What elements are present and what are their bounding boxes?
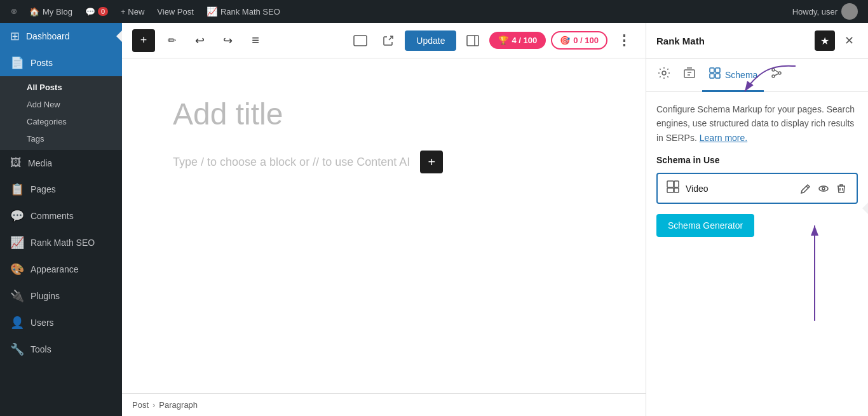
user-menu[interactable]: Howdy, user: [787, 3, 863, 20]
svg-rect-9: [710, 74, 714, 78]
preview-tablet-button[interactable]: [349, 29, 372, 52]
new-button[interactable]: + New: [114, 0, 151, 23]
schema-delete-button[interactable]: [835, 182, 848, 195]
dashboard-icon: ⊞: [10, 29, 20, 43]
sidebar-sub-categories[interactable]: Categories: [0, 113, 122, 130]
sidebar-item-dashboard[interactable]: ⊞ Dashboard: [0, 23, 122, 50]
site-name[interactable]: 🏠 My Blog: [23, 0, 79, 23]
schema-card-video: Video: [656, 173, 858, 204]
add-block-inline-button[interactable]: +: [420, 151, 443, 173]
svg-rect-10: [715, 74, 720, 78]
rank-math-panel: Rank Math ★ ✕: [646, 23, 868, 416]
tools-icon: 🔧: [10, 342, 24, 356]
breadcrumb-chevron-icon: ›: [153, 400, 155, 410]
avatar: [841, 3, 858, 20]
media-icon: 🖼: [10, 156, 22, 170]
tab-schema[interactable]: Schema: [702, 59, 764, 92]
sidebar-item-media[interactable]: 🖼 Media: [0, 150, 122, 176]
svg-line-15: [775, 74, 778, 76]
svg-point-12: [778, 72, 781, 74]
list-view-button[interactable]: ≡: [244, 29, 267, 52]
editor-content[interactable]: Add title Type / to choose a block or //…: [122, 58, 646, 393]
sidebar-sub-add-new[interactable]: Add New: [0, 96, 122, 113]
panel-star-button[interactable]: ★: [815, 30, 835, 51]
sidebar-toggle-button[interactable]: [461, 29, 484, 52]
sidebar-item-appearance[interactable]: 🎨 Appearance: [0, 256, 122, 283]
wp-logo-icon[interactable]: W: [5, 3, 23, 20]
svg-rect-18: [667, 181, 674, 187]
more-options-button[interactable]: ⋮: [613, 29, 635, 52]
sidebar-item-posts[interactable]: 📄 Posts: [0, 50, 122, 76]
video-schema-icon: [667, 180, 679, 196]
schema-tab-icon: [709, 67, 721, 83]
post-content-area[interactable]: Type / to choose a block or // to use Co…: [173, 151, 595, 173]
panel-header: Rank Math ★ ✕: [646, 23, 868, 59]
rank-math-icon: 📈: [10, 236, 24, 250]
comments-icon: 💬: [10, 209, 24, 223]
editor-footer: Post › Paragraph: [122, 393, 646, 416]
schema-in-use-title: Schema in Use: [656, 155, 858, 165]
panel-body: Configure Schema Markup for your pages. …: [646, 92, 868, 416]
view-post-link[interactable]: View Post: [151, 0, 200, 23]
undo-button[interactable]: ↩: [188, 29, 211, 52]
panel-description: Configure Schema Markup for your pages. …: [656, 102, 858, 145]
tab-social[interactable]: [677, 59, 702, 92]
readability-score-button[interactable]: 🎯 0 / 100: [551, 31, 607, 50]
editor-area: + ✏ ↩ ↪ ≡ Update: [122, 23, 646, 416]
posts-icon: 📄: [10, 56, 24, 70]
sidebar-item-comments[interactable]: 💬 Comments: [0, 203, 122, 229]
svg-point-22: [819, 186, 828, 191]
schema-edit-button[interactable]: [799, 182, 812, 195]
rank-math-admin-link[interactable]: 📈 Rank Math SEO: [200, 0, 287, 23]
schema-card-actions: [799, 182, 848, 195]
schema-tab-label: Schema: [725, 70, 757, 80]
sidebar-item-pages[interactable]: 📋 Pages: [0, 176, 122, 203]
pages-icon: 📋: [10, 182, 24, 196]
panel-tabs: Schema: [646, 59, 868, 92]
svg-rect-20: [667, 188, 674, 192]
users-icon: 👤: [10, 316, 24, 330]
sidebar-item-plugins[interactable]: 🔌 Plugins: [0, 283, 122, 309]
video-schema-label: Video: [686, 184, 793, 194]
schema-generator-button[interactable]: Schema Generator: [656, 214, 754, 237]
panel-title: Rank Math: [656, 36, 810, 46]
admin-bar: W 🏠 My Blog 💬 0 + New View Post 📈 Rank M…: [0, 0, 868, 23]
sidebar-item-users[interactable]: 👤 Users: [0, 309, 122, 336]
seo-score-button[interactable]: 🏆 4 / 100: [489, 32, 546, 49]
svg-point-5: [662, 71, 666, 75]
svg-text:W: W: [13, 10, 16, 13]
sidebar-item-rank-math[interactable]: 📈 Rank Math SEO: [0, 229, 122, 256]
appearance-icon: 🎨: [10, 262, 24, 276]
main-layout: ⊞ Dashboard 📄 Posts All Posts Add New Ca…: [0, 23, 868, 416]
post-title-input[interactable]: Add title: [173, 97, 595, 131]
redo-button[interactable]: ↪: [216, 29, 239, 52]
posts-submenu: All Posts Add New Categories Tags: [0, 76, 122, 150]
tab-advanced[interactable]: [764, 59, 789, 92]
svg-rect-7: [710, 68, 714, 72]
comments-count[interactable]: 💬 0: [79, 0, 114, 23]
seo-trophy-icon: 🏆: [498, 36, 508, 45]
external-link-button[interactable]: [377, 29, 400, 52]
learn-more-link[interactable]: Learn more.: [700, 133, 747, 143]
annotation-arrow-2-svg: [796, 219, 834, 333]
sidebar-sub-all-posts[interactable]: All Posts: [0, 79, 122, 96]
readability-icon: 🎯: [560, 36, 570, 45]
pencil-button[interactable]: ✏: [160, 29, 183, 52]
tab-general[interactable]: [651, 59, 677, 92]
add-block-toolbar-button[interactable]: +: [132, 29, 155, 52]
sidebar: ⊞ Dashboard 📄 Posts All Posts Add New Ca…: [0, 23, 122, 416]
admin-bar-right: Howdy, user: [787, 3, 863, 20]
svg-rect-6: [684, 70, 695, 77]
close-icon: ✕: [844, 34, 854, 48]
schema-preview-button[interactable]: [817, 182, 830, 195]
sidebar-sub-tags[interactable]: Tags: [0, 130, 122, 147]
svg-line-14: [775, 70, 778, 72]
star-icon: ★: [820, 35, 829, 47]
advanced-tab-icon: [770, 67, 783, 83]
update-button[interactable]: Update: [405, 30, 456, 51]
sidebar-item-tools[interactable]: 🔧 Tools: [0, 336, 122, 363]
active-indicator: [116, 30, 122, 43]
panel-close-button[interactable]: ✕: [840, 32, 858, 50]
general-tab-icon: [658, 67, 670, 83]
svg-rect-8: [715, 68, 720, 72]
